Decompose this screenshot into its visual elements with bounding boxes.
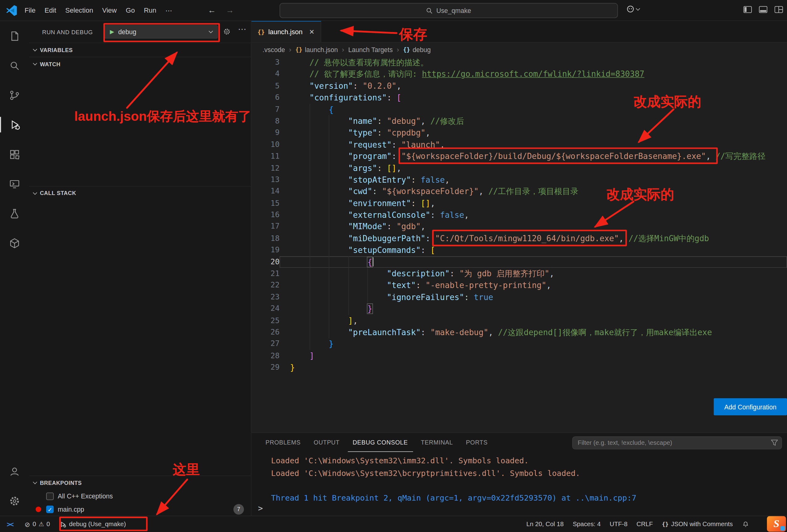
line-number[interactable]: 23 (252, 291, 280, 303)
menu-run[interactable]: Run (139, 5, 161, 16)
line-number[interactable]: 24 (252, 303, 280, 315)
customize-layout-icon[interactable] (774, 6, 783, 13)
breadcrumb-item[interactable]: .vscode (263, 46, 285, 53)
tab-launch-json[interactable]: {} launch.json ✕ (252, 21, 321, 42)
line-number[interactable]: 25 (252, 315, 280, 327)
line-number[interactable]: 17 (252, 221, 280, 232)
breadcrumb-item[interactable]: {}debug (403, 46, 431, 53)
code-line[interactable]: 24 } (252, 303, 787, 315)
sidebar-item-package[interactable] (0, 228, 29, 258)
line-number[interactable]: 6 (252, 92, 280, 104)
console-prompt[interactable]: > (258, 504, 263, 513)
remote-indicator[interactable]: >< (0, 516, 20, 532)
line-number[interactable]: 4 (252, 68, 280, 80)
sidebar-item-explorer[interactable] (0, 21, 29, 50)
code-line[interactable]: 3 // 悬停以查看现有属性的描述。 (252, 57, 787, 68)
line-number[interactable]: 22 (252, 280, 280, 291)
line-number[interactable]: 3 (252, 57, 280, 68)
line-number[interactable]: 7 (252, 104, 280, 115)
line-number[interactable]: 10 (252, 139, 280, 151)
code-line[interactable]: 26 "preLaunchTask": "make-debug", //这跟de… (252, 327, 787, 338)
breadcrumb-item[interactable]: {}launch.json (295, 46, 338, 53)
line-number[interactable]: 13 (252, 174, 280, 186)
encoding-status[interactable]: UTF-8 (605, 520, 632, 528)
panel-tab-output[interactable]: OUTPUT (309, 433, 345, 452)
code-line[interactable]: 19 "setupCommands": [ (252, 244, 787, 256)
code-line[interactable]: 25 ], (252, 315, 787, 327)
line-number[interactable]: 14 (252, 186, 280, 197)
code-line[interactable]: 9 "type": "cppdbg", (252, 127, 787, 139)
add-configuration-button[interactable]: Add Configuration (714, 398, 787, 415)
menu-view[interactable]: View (98, 5, 122, 16)
checkbox[interactable] (46, 505, 54, 513)
code-line[interactable]: 17 "MIMode": "gdb", (252, 221, 787, 232)
line-number[interactable]: 11 (252, 151, 280, 162)
open-launch-json-gear[interactable] (223, 28, 231, 36)
back-arrow-icon[interactable]: ← (208, 6, 216, 15)
start-debug-icon[interactable]: ▶ (110, 29, 114, 35)
code-line[interactable]: 28 ] (252, 350, 787, 362)
code-line[interactable]: 6 "configurations": [ (252, 92, 787, 104)
code-line[interactable]: 22 "text": "-enable-pretty-printing", (252, 280, 787, 291)
breakpoint-row[interactable]: main.cpp7 (29, 503, 251, 515)
cursor-position-status[interactable]: Ln 20, Col 18 (522, 520, 568, 528)
toggle-sidebar-icon[interactable] (743, 6, 752, 13)
views-more-icon[interactable]: ⋯ (238, 24, 247, 35)
code-line[interactable]: 20 { (252, 256, 787, 268)
line-number[interactable]: 16 (252, 209, 280, 221)
filter-input[interactable] (572, 437, 782, 449)
line-number[interactable]: 5 (252, 80, 280, 92)
section-header-variables[interactable]: VARIABLES (29, 43, 251, 57)
sogou-input-icon[interactable]: S (767, 516, 786, 531)
debug-target-status[interactable]: debug (Use_qmake) (55, 516, 130, 532)
breadcrumb-item[interactable]: Launch Targets (348, 46, 393, 53)
code-line[interactable]: 23 "ignoreFailures": true (252, 291, 787, 303)
notifications-bell[interactable] (737, 520, 754, 528)
code-line[interactable]: 21 "description": "为 gdb 启用整齐打印", (252, 268, 787, 280)
toggle-panel-icon[interactable] (759, 6, 768, 13)
panel-tab-problems[interactable]: PROBLEMS (260, 433, 305, 452)
code-line[interactable]: 16 "externalConsole": false, (252, 209, 787, 221)
code-line[interactable]: 18 "miDebuggerPath": "C:/Qt/Tools/mingw1… (252, 232, 787, 244)
sidebar-item-run-and-debug[interactable] (0, 110, 29, 139)
code-line[interactable]: 11 "program": "${workspaceFolder}/build/… (252, 151, 787, 162)
sidebar-item-search[interactable] (0, 50, 29, 80)
code-line[interactable]: 27 } (252, 338, 787, 350)
language-mode-status[interactable]: {} JSON with Comments (658, 520, 737, 528)
line-number[interactable]: 29 (252, 362, 280, 373)
menu-more[interactable]: ⋯ (161, 4, 177, 16)
menu-selection[interactable]: Selection (61, 5, 98, 16)
problems-status[interactable]: ⊘ 0 ⚠ 0 (20, 516, 55, 532)
breakpoint-row[interactable]: All C++ Exceptions (29, 489, 251, 503)
copilot-menu[interactable] (626, 5, 639, 13)
code-line[interactable]: 29} (252, 362, 787, 373)
line-number[interactable]: 28 (252, 350, 280, 362)
close-icon[interactable]: ✕ (309, 28, 315, 36)
menu-file[interactable]: File (20, 5, 40, 16)
panel-tab-ports[interactable]: PORTS (461, 433, 493, 452)
checkbox[interactable] (46, 492, 54, 500)
line-number[interactable]: 9 (252, 127, 280, 139)
menu-go[interactable]: Go (121, 5, 139, 16)
panel-tab-terminal[interactable]: TERMINAL (416, 433, 458, 452)
menu-edit[interactable]: Edit (40, 5, 61, 16)
line-number[interactable]: 18 (252, 232, 280, 244)
eol-status[interactable]: CRLF (632, 520, 657, 528)
code-line[interactable]: 4 // 欲了解更多信息，请访问: https://go.microsoft.c… (252, 68, 787, 80)
code-line[interactable]: 12 "args": [], (252, 162, 787, 174)
indentation-status[interactable]: Spaces: 4 (568, 520, 605, 528)
sidebar-item-settings[interactable] (0, 486, 29, 516)
command-center-search[interactable]: Use_qmake (280, 3, 618, 18)
line-number[interactable]: 15 (252, 197, 280, 209)
code-line[interactable]: 13 "stopAtEntry": false, (252, 174, 787, 186)
line-number[interactable]: 12 (252, 162, 280, 174)
line-number[interactable]: 19 (252, 244, 280, 256)
code-line[interactable]: 5 "version": "0.2.0", (252, 80, 787, 92)
line-number[interactable]: 20 (252, 256, 280, 268)
section-header-breakpoints[interactable]: BREAKPOINTS (29, 476, 251, 489)
sidebar-item-account[interactable] (0, 457, 29, 486)
code-editor[interactable]: 3 // 悬停以查看现有属性的描述。4 // 欲了解更多信息，请访问: http… (252, 57, 787, 433)
panel-tab-debug-console[interactable]: DEBUG CONSOLE (348, 433, 413, 452)
debug-configuration-dropdown[interactable]: ▶ debug (105, 25, 218, 39)
sidebar-item-extensions[interactable] (0, 139, 29, 169)
